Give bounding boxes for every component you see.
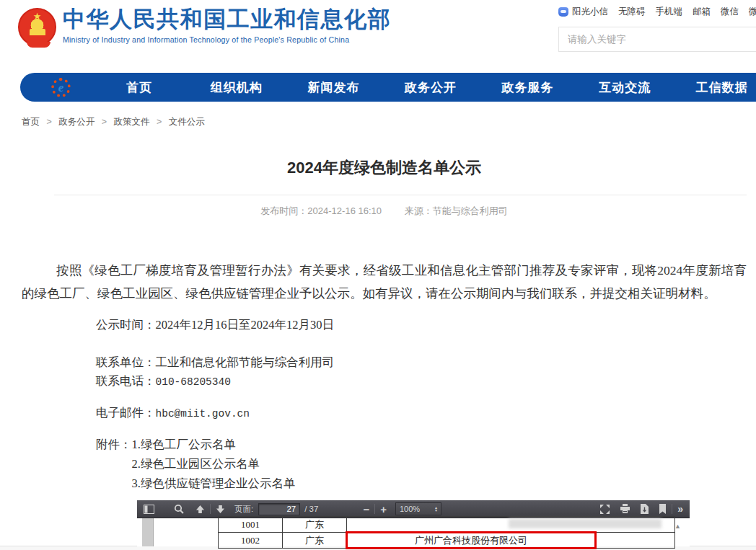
sidebar-toggle-icon[interactable] [144,505,154,514]
cell-index: 1001 [219,517,283,533]
nav-organization[interactable]: 组织机构 [188,79,286,96]
phone-number: 010-68205340 [156,376,231,388]
attachment-green-factory[interactable]: 1.绿色工厂公示名单 [132,435,296,454]
cell-company: 广州广合科技股份有限公司 [347,533,675,549]
pdf-page-edge [142,518,154,546]
article-source: 来源：节能与综合利用司 [405,205,508,216]
page-number-input[interactable] [258,503,300,515]
article: 2024年度绿色制造名单公示 发布时间：2024-12-16 16:10 来源：… [22,157,747,493]
page-down-icon[interactable] [216,505,225,514]
utility-links: 阳光小信 无障碍 手机端 邮箱 微信 微博 [558,6,756,18]
page-label: 页面: [234,504,253,515]
contact-email: 电子邮件：hbc@miit.gov.cn [22,404,747,423]
breadcrumb: 首页 > 政务公开 > 政策文件 > 文件公示 [22,116,205,128]
nav-gov-affairs[interactable]: 政务公开 [382,79,480,96]
zoom-out-button[interactable]: − [363,504,369,515]
nav-interaction[interactable]: 互动交流 [576,79,674,96]
pdf-list-table: 1001 广东 1002 广东 广州广合科技股份有限公司 [218,516,675,549]
nav-gov-services[interactable]: 政务服务 [479,79,576,96]
attachments: 附件： 1.绿色工厂公示名单 2.绿色工业园区公示名单 3.绿色供应链管理企业公… [22,435,747,493]
article-paragraph: 按照《绿色工厂梯度培育及管理暂行办法》有关要求，经省级工业和信息化主管部门推荐及… [22,259,747,305]
site-logo[interactable]: ★ 中华人民共和国工业和信息化部 Ministry of Industry an… [18,5,391,46]
table-row: 1002 广东 广州广合科技股份有限公司 [219,533,675,549]
scroll-up-icon[interactable]: ▲ [674,523,681,530]
link-wechat[interactable]: 微信 [721,6,739,18]
link-yangguangxiaoxin[interactable]: 阳光小信 [572,6,608,18]
nav-data[interactable]: 工信数据 [673,79,756,96]
nav-news[interactable]: 新闻发布 [285,79,382,96]
crumb-policy-docs[interactable]: 政策文件 [114,117,150,127]
download-icon[interactable] [640,504,649,514]
nav-home[interactable]: 首页 [91,79,188,96]
page-title: 2024年度绿色制造名单公示 [22,157,747,179]
zoom-level-select[interactable]: 100% ▴ ▾ [395,502,441,515]
contact-phone: 联系电话：010-68205340 [22,372,747,391]
link-mobile[interactable]: 手机端 [656,6,683,18]
print-icon[interactable] [620,504,630,514]
bookmark-icon[interactable] [659,504,667,514]
page-total: / 37 [304,505,318,513]
cell-province: 广东 [283,517,347,533]
page-up-icon[interactable] [195,505,205,514]
zoom-in-button[interactable]: + [380,504,387,515]
assistant-robot-icon [558,7,568,17]
search-box [558,27,756,52]
link-accessibility[interactable]: 无障碍 [618,6,646,18]
presentation-mode-icon[interactable] [599,504,610,515]
zoom-level-value: 100% [400,505,435,513]
link-weibo[interactable]: 微博 [749,6,756,18]
attachment-green-park[interactable]: 2.绿色工业园区公示名单 [132,454,296,474]
national-emblem-icon: ★ [18,8,56,46]
crumb-home[interactable]: 首页 [22,117,40,127]
miit-gear-icon: e [51,78,71,97]
email-address: hbc@miit.gov.cn [156,408,250,420]
contact-unit: 联系单位：工业和信息化部节能与综合利用司 [22,353,747,372]
main-nav: e 首页 组织机构 新闻发布 政务公开 政务服务 互动交流 工信数据 [20,73,756,102]
cell-province: 广东 [283,533,347,549]
site-subtitle: Ministry of Industry and Information Tec… [63,35,391,44]
attachments-label: 附件： [96,435,132,493]
notice-period: 公示时间：2024年12月16日至2024年12月30日 [22,316,747,334]
title-divider [54,195,747,195]
attachment-green-supply-chain[interactable]: 3.绿色供应链管理企业公示名单 [132,474,296,493]
site-title: 中华人民共和国工业和信息化部 [63,5,391,34]
pdf-viewer: 页面: / 37 − + 100% ▴ ▾ » [137,500,690,546]
crumb-current: 文件公示 [169,117,205,127]
article-meta: 发布时间：2024-12-16 16:10 来源：节能与综合利用司 [22,205,747,218]
crumb-gov-affairs[interactable]: 政务公开 [58,117,94,127]
more-tools-icon[interactable]: » [677,504,683,514]
cell-company [347,517,675,533]
highlighted-company-name: 广州广合科技股份有限公司 [415,534,527,547]
highlight-red-box: 广州广合科技股份有限公司 [346,531,597,549]
pdf-search-icon[interactable] [174,504,184,514]
cell-index: 1002 [219,533,283,549]
pdf-page: 1001 广东 1002 广东 广州广合科技股份有限公司 ▲ [137,518,690,546]
search-input[interactable] [559,27,756,51]
link-mail[interactable]: 邮箱 [693,6,711,18]
redacted-company-name [509,519,662,528]
zoom-spinner-icon: ▴ ▾ [435,506,437,512]
publish-time: 发布时间：2024-12-16 16:10 [260,205,382,216]
table-row: 1001 广东 [219,517,675,533]
